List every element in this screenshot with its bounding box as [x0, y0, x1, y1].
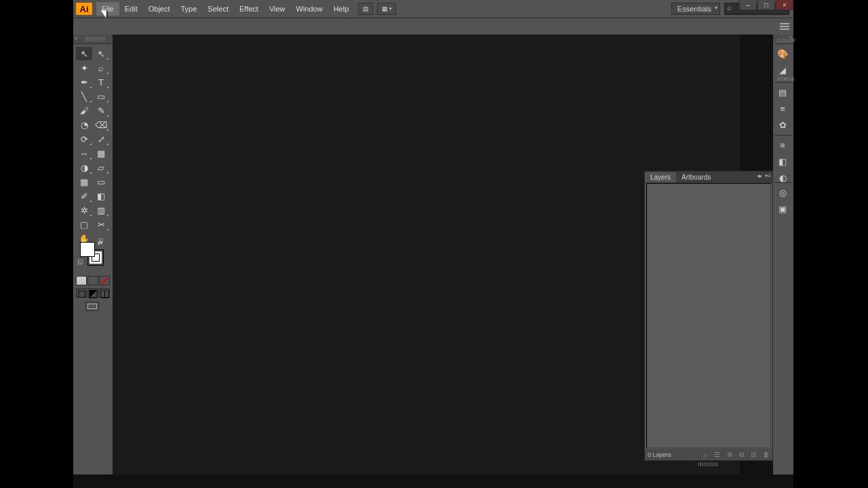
rotate-tool[interactable]: ⟳ — [76, 132, 92, 146]
appearance-panel-icon[interactable]: ◎ — [774, 185, 791, 200]
panel-menu-icon[interactable]: ▾≡ — [765, 173, 771, 179]
layers-panel-tabs: Layers Artboards ◂▸ ▾≡ — [645, 171, 772, 183]
layers-footer-icon-2[interactable]: ⊕ — [727, 451, 732, 458]
control-bar: ⋮ — [73, 18, 793, 35]
gradient-panel-icon[interactable]: ◧ — [774, 154, 791, 169]
eyedropper-tool[interactable]: ✐ — [76, 189, 92, 203]
dock-group: ◎▣ — [774, 182, 792, 218]
menu-type[interactable]: Type — [176, 2, 203, 16]
dock-group: STROK▤≡✿ — [774, 82, 792, 134]
menu-object[interactable]: Object — [143, 2, 176, 16]
window-controls: – □ × — [738, 0, 793, 10]
swatches-panel-icon[interactable]: ▤ — [774, 85, 791, 100]
width-tool[interactable]: ↔ — [76, 146, 92, 160]
lasso-tool[interactable]: ⌕ — [93, 61, 109, 75]
symbol-sprayer-tool[interactable]: ✲ — [76, 203, 92, 217]
control-bar-menu-icon[interactable] — [778, 22, 791, 31]
menu-select[interactable]: Select — [202, 2, 234, 16]
panel-resize-grip[interactable] — [698, 462, 719, 466]
blend-tool[interactable]: ◧ — [93, 189, 109, 203]
paintbrush-tool[interactable]: 🖌 — [76, 104, 92, 117]
mesh-tool[interactable]: ▦ — [76, 175, 92, 188]
layers-footer: 0 Layers ⌕☰⊕⧉⊟🗑 — [645, 449, 772, 460]
dock-group-label: COLOR — [777, 38, 795, 43]
layers-count-label: 0 Layers — [648, 451, 671, 458]
menu-bar: Ai FileEditObjectTypeSelectEffectViewWin… — [73, 0, 793, 18]
tools-panel-header[interactable]: « — [73, 35, 113, 44]
artboard-tool[interactable]: ▢ — [76, 218, 92, 231]
layers-footer-icon-5[interactable]: 🗑 — [763, 451, 770, 458]
workspace-switcher[interactable]: Essentials — [671, 3, 720, 15]
app-window: Ai FileEditObjectTypeSelectEffectViewWin… — [73, 0, 793, 488]
slice-tool[interactable]: ✂ — [93, 218, 109, 231]
gradient-tool[interactable]: ▭ — [93, 175, 109, 188]
swap-fill-stroke-icon[interactable]: ⇄ — [98, 239, 103, 246]
graph-tool[interactable]: ▥ — [93, 203, 109, 217]
eraser-tool[interactable]: ⌫ — [93, 118, 109, 131]
menu-window[interactable]: Window — [291, 2, 328, 16]
screen-mode-button[interactable] — [85, 302, 99, 311]
arrange-documents-button[interactable]: ▦ — [377, 3, 396, 15]
layers-panel: Layers Artboards ◂▸ ▾≡ 0 Layers ⌕☰⊕⧉⊟🗑 — [644, 171, 773, 461]
dock-group: COLOR🎨◢ — [774, 43, 792, 79]
brushes-panel-icon[interactable]: ≡ — [774, 101, 791, 116]
layers-footer-icon-3[interactable]: ⧉ — [739, 451, 744, 459]
tools-panel: « ↖↖✦⌕✒T╲▭🖌✎◔⌫⟳⤢↔▦◑▱▦▭✐◧✲▥▢✂✋⌕ ⇄ ◱ ◻ ◩ ◫ — [73, 35, 113, 474]
fill-stroke-control[interactable]: ⇄ ◱ — [76, 238, 110, 274]
color-panel-icon[interactable]: 🎨 — [774, 46, 791, 61]
minimize-button[interactable]: – — [739, 0, 757, 10]
menu-effect[interactable]: Effect — [234, 2, 264, 16]
bridge-button[interactable]: ▤ — [358, 3, 373, 15]
free-transform-tool[interactable]: ▦ — [93, 146, 109, 160]
layers-footer-icon-4[interactable]: ⊟ — [751, 451, 756, 458]
fill-swatch[interactable] — [80, 242, 95, 257]
menu-view[interactable]: View — [264, 2, 291, 16]
dock-group-label: STROK — [777, 77, 795, 81]
draw-normal[interactable]: ◻ — [76, 288, 87, 298]
color-mode-row — [76, 276, 110, 285]
type-tool[interactable]: T — [93, 75, 109, 89]
close-button[interactable]: × — [776, 0, 793, 10]
scale-tool[interactable]: ⤢ — [93, 132, 109, 146]
layers-list[interactable] — [646, 183, 771, 448]
menu-edit[interactable]: Edit — [119, 2, 143, 16]
pencil-tool[interactable]: ✎ — [93, 104, 109, 117]
line-tool[interactable]: ╲ — [76, 89, 92, 103]
magic-wand-tool[interactable]: ✦ — [76, 61, 92, 75]
perspective-tool[interactable]: ▱ — [93, 161, 109, 174]
draw-inside[interactable]: ◫ — [99, 288, 110, 298]
default-fill-stroke-icon[interactable]: ◱ — [77, 258, 83, 265]
stroke-panel-icon[interactable]: ≡ — [774, 138, 791, 152]
direct-selection-tool[interactable]: ↖ — [93, 47, 109, 60]
tab-layers[interactable]: Layers — [645, 172, 676, 182]
draw-behind[interactable]: ◩ — [87, 288, 98, 298]
color-mode-gradient[interactable] — [87, 276, 98, 285]
blob-brush-tool[interactable]: ◔ — [76, 118, 92, 131]
selection-tool[interactable]: ↖ — [76, 47, 92, 60]
draw-mode-row: ◻ ◩ ◫ — [76, 288, 110, 298]
control-bar-grip[interactable]: ⋮ — [75, 23, 80, 26]
menu-help[interactable]: Help — [328, 2, 355, 16]
color-mode-none[interactable] — [99, 276, 110, 285]
shapebuilder-tool[interactable]: ◑ — [76, 161, 92, 174]
symbols-panel-icon[interactable]: ✿ — [774, 117, 791, 132]
color-mode-color[interactable] — [76, 276, 87, 285]
menu-file[interactable]: File — [96, 2, 119, 16]
pen-tool[interactable]: ✒ — [76, 75, 92, 89]
layers-footer-icon-1[interactable]: ☰ — [714, 451, 720, 458]
graphic-styles-panel-icon[interactable]: ▣ — [774, 201, 791, 216]
dock-group: ≡◧◐ — [774, 135, 792, 186]
panel-collapse-icon[interactable]: ◂▸ — [757, 173, 762, 179]
layers-footer-icon-0[interactable]: ⌕ — [703, 451, 707, 458]
rectangle-tool[interactable]: ▭ — [93, 89, 109, 103]
tab-artboards[interactable]: Artboards — [676, 172, 716, 182]
app-logo: Ai — [76, 3, 92, 15]
color-guide-panel-icon[interactable]: ◢ — [774, 62, 791, 77]
maximize-button[interactable]: □ — [757, 0, 775, 10]
right-panel-dock: » COLOR🎨◢STROK▤≡✿≡◧◐◎▣ — [773, 35, 793, 474]
